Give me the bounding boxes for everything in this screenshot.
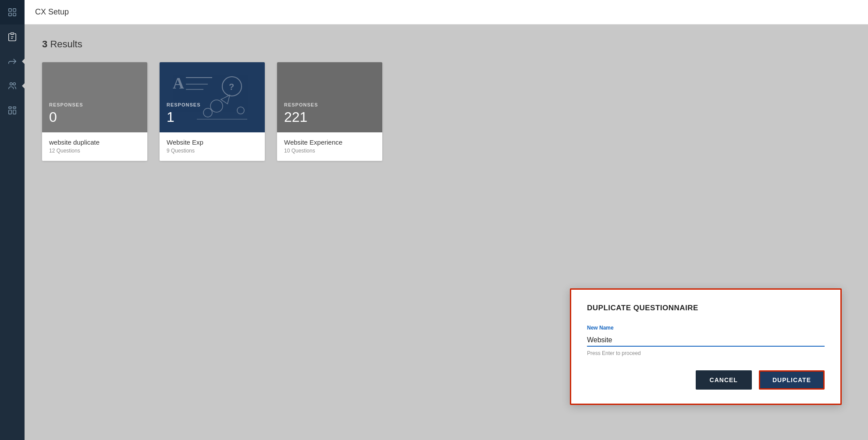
svg-rect-10 bbox=[13, 107, 16, 109]
cancel-button[interactable]: CANCEL bbox=[696, 370, 752, 390]
card-2-decoration: A ? bbox=[160, 62, 265, 132]
svg-marker-20 bbox=[221, 95, 230, 104]
card-thumb-3: RESPONSES 221 bbox=[277, 62, 382, 132]
svg-rect-9 bbox=[9, 107, 11, 109]
svg-point-8 bbox=[13, 83, 16, 85]
new-name-input[interactable] bbox=[587, 334, 825, 347]
svg-text:A: A bbox=[173, 75, 184, 92]
results-heading: 3 Results bbox=[42, 39, 850, 50]
card-1-responses-value: 0 bbox=[49, 109, 140, 125]
field-hint: Press Enter to proceed bbox=[587, 350, 825, 356]
svg-point-22 bbox=[203, 108, 212, 117]
field-label: New Name bbox=[587, 325, 825, 331]
svg-rect-1 bbox=[13, 9, 16, 11]
duplicate-button[interactable]: DUPLICATE bbox=[759, 370, 825, 390]
sidebar-icon-team[interactable] bbox=[0, 74, 25, 98]
cards-row: RESPONSES 0 website duplicate 12 Questio… bbox=[42, 62, 850, 161]
svg-point-7 bbox=[10, 83, 13, 85]
card-3-responses-value: 221 bbox=[284, 109, 375, 125]
card-3-subtitle: 10 Questions bbox=[284, 148, 375, 154]
svg-text:?: ? bbox=[229, 82, 234, 92]
card-1-responses-label: RESPONSES bbox=[49, 102, 140, 107]
sidebar-icon-dashboard[interactable] bbox=[0, 98, 25, 123]
sidebar-icon-share[interactable] bbox=[0, 49, 25, 74]
card-1-title: website duplicate bbox=[49, 138, 140, 146]
card-body-2: Website Exp 9 Questions bbox=[160, 132, 265, 161]
svg-point-21 bbox=[237, 107, 244, 114]
content-area: 3 Results RESPONSES 0 website duplicate … bbox=[25, 25, 868, 440]
results-count: 3 bbox=[42, 39, 47, 50]
svg-rect-2 bbox=[9, 13, 11, 16]
svg-point-19 bbox=[210, 100, 223, 112]
card-1-subtitle: 12 Questions bbox=[49, 148, 140, 154]
svg-rect-3 bbox=[13, 13, 16, 16]
svg-rect-11 bbox=[9, 110, 11, 114]
card-3-responses-label: RESPONSES bbox=[284, 102, 375, 107]
svg-rect-12 bbox=[13, 110, 16, 114]
topbar: CX Setup bbox=[25, 0, 868, 25]
card-body-3: Website Experience 10 Questions bbox=[277, 132, 382, 161]
card-2-title: Website Exp bbox=[167, 138, 258, 146]
card-thumb-2: A ? RESPONSES 1 bbox=[160, 62, 265, 132]
page-title: CX Setup bbox=[35, 7, 69, 17]
card-body-1: website duplicate 12 Questions bbox=[42, 132, 147, 161]
main-area: CX Setup 3 Results RESPONSES 0 website d… bbox=[25, 0, 868, 440]
duplicate-dialog: DUPLICATE QUESTIONNAIRE New Name Press E… bbox=[570, 288, 842, 405]
dialog-title: DUPLICATE QUESTIONNAIRE bbox=[587, 304, 825, 312]
card-website-duplicate[interactable]: RESPONSES 0 website duplicate 12 Questio… bbox=[42, 62, 147, 161]
sidebar-icon-clipboard[interactable] bbox=[0, 25, 25, 49]
dialog-actions: CANCEL DUPLICATE bbox=[587, 370, 825, 390]
svg-rect-0 bbox=[9, 9, 11, 11]
card-2-subtitle: 9 Questions bbox=[167, 148, 258, 154]
svg-rect-4 bbox=[11, 33, 14, 35]
sidebar bbox=[0, 0, 25, 440]
card-website-experience[interactable]: RESPONSES 221 Website Experience 10 Ques… bbox=[277, 62, 382, 161]
card-thumb-1: RESPONSES 0 bbox=[42, 62, 147, 132]
results-label: Results bbox=[50, 39, 82, 50]
card-3-title: Website Experience bbox=[284, 138, 375, 146]
sidebar-top[interactable] bbox=[0, 0, 25, 25]
card-website-exp[interactable]: A ? RESPONSES 1 bbox=[160, 62, 265, 161]
